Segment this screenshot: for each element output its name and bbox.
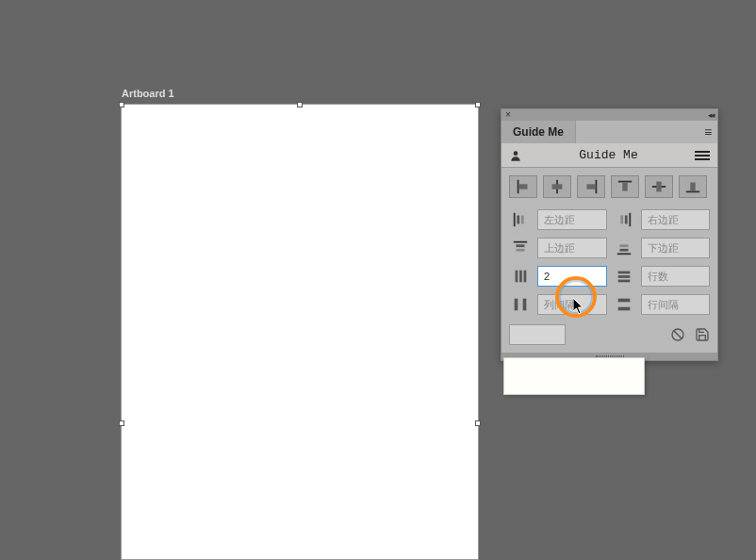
bottom-margin-input[interactable] — [641, 238, 711, 258]
svg-rect-18 — [624, 216, 627, 224]
resize-handle-mid-left[interactable] — [119, 420, 124, 426]
rows-input[interactable] — [641, 266, 711, 287]
svg-rect-32 — [523, 299, 527, 311]
panel-title-row: Guide Me ≡ — [501, 121, 717, 143]
svg-rect-33 — [617, 299, 630, 303]
svg-line-36 — [674, 331, 682, 338]
align-vcenter-button[interactable] — [645, 175, 673, 198]
action-row — [509, 324, 710, 345]
svg-rect-2 — [519, 184, 528, 189]
column-gap-icon — [509, 294, 532, 315]
svg-rect-30 — [617, 280, 630, 283]
columns-icon — [509, 266, 532, 287]
left-margin-icon — [509, 209, 532, 230]
right-margin-input[interactable] — [641, 209, 711, 230]
plugin-header: Guide Me — [501, 143, 717, 168]
resize-handle-top-left[interactable] — [119, 102, 124, 107]
svg-rect-15 — [521, 216, 524, 224]
action-icons — [670, 327, 710, 342]
svg-rect-23 — [619, 244, 628, 247]
tooltip — [503, 357, 645, 395]
artboard-label: Artboard 1 — [122, 88, 174, 99]
plugin-title: Guide Me — [522, 148, 695, 162]
rows-icon — [613, 266, 635, 287]
column-gap-input[interactable] — [537, 294, 607, 315]
panel-tabbar: × ◂◂ — [501, 109, 717, 121]
row-gap-input[interactable] — [641, 294, 711, 315]
top-margin-icon — [509, 238, 532, 258]
resize-handle-top-right[interactable] — [475, 102, 481, 107]
margins-grid — [509, 209, 710, 315]
svg-rect-4 — [552, 184, 563, 189]
columns-input[interactable] — [537, 266, 607, 287]
svg-rect-27 — [524, 271, 527, 283]
user-icon — [509, 149, 522, 162]
svg-rect-25 — [516, 271, 518, 283]
svg-point-0 — [514, 151, 518, 156]
panel-body — [501, 168, 717, 353]
right-margin-icon — [613, 209, 635, 230]
svg-rect-24 — [619, 249, 628, 252]
panel-title-tab[interactable]: Guide Me — [501, 121, 576, 143]
resize-handle-mid-right[interactable] — [475, 420, 481, 426]
preset-input[interactable] — [509, 324, 566, 345]
save-icon[interactable] — [695, 327, 710, 342]
left-margin-input[interactable] — [537, 209, 607, 230]
artboard-canvas[interactable] — [121, 104, 479, 560]
svg-rect-29 — [617, 275, 630, 278]
top-margin-input[interactable] — [537, 238, 607, 258]
alignment-row — [509, 175, 710, 198]
svg-rect-26 — [519, 271, 522, 283]
resize-handle-top-center[interactable] — [297, 102, 303, 107]
align-hcenter-button[interactable] — [543, 175, 571, 198]
svg-rect-28 — [617, 272, 630, 274]
collapse-icon[interactable]: ◂◂ — [708, 110, 714, 120]
guide-me-panel: × ◂◂ Guide Me ≡ Guide Me — [501, 108, 718, 361]
bottom-margin-icon — [613, 238, 635, 258]
close-icon[interactable]: × — [505, 110, 511, 120]
align-bottom-button[interactable] — [679, 175, 707, 198]
svg-rect-20 — [517, 244, 525, 247]
svg-rect-12 — [690, 183, 695, 191]
row-gap-icon — [613, 294, 635, 315]
svg-rect-17 — [620, 216, 623, 224]
align-right-button[interactable] — [577, 175, 605, 198]
align-left-button[interactable] — [509, 175, 537, 198]
panel-menu-icon[interactable]: ≡ — [698, 121, 717, 143]
svg-rect-21 — [517, 249, 525, 252]
svg-rect-14 — [517, 216, 519, 224]
list-icon[interactable] — [695, 151, 710, 160]
svg-rect-34 — [617, 307, 630, 311]
align-top-button[interactable] — [611, 175, 639, 198]
svg-rect-8 — [622, 183, 627, 191]
svg-rect-10 — [656, 182, 661, 192]
clear-icon[interactable] — [670, 327, 685, 342]
svg-rect-31 — [515, 299, 518, 311]
svg-rect-6 — [587, 184, 596, 189]
